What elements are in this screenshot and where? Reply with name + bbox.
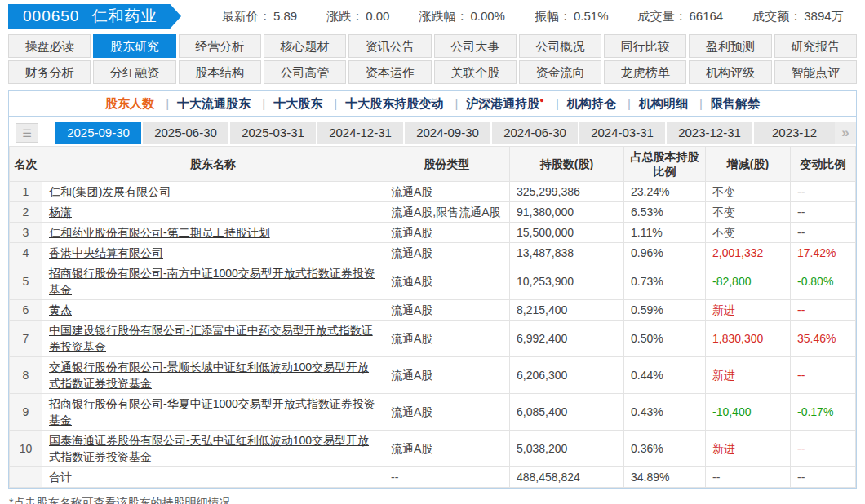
quote-bar: 000650 仁和药业 最新价：5.89 涨跌：0.00 涨跌幅：0.00% 振…: [0, 0, 865, 33]
share-type-cell: 流通A股: [384, 243, 510, 263]
nav-tab[interactable]: 操盘必读: [8, 34, 91, 58]
subnav-item[interactable]: 限售解禁: [711, 96, 760, 110]
subnav-item-label: 限售解禁: [711, 96, 760, 110]
more-dates-button[interactable]: »: [835, 122, 856, 144]
nav-tab[interactable]: 公司大事: [434, 34, 517, 58]
shareholder-name-link[interactable]: 仁和(集团)发展有限公司: [49, 185, 171, 198]
shareholder-name-link[interactable]: 黄杰: [49, 303, 72, 316]
holders-table: 名次 股东名称 股份类型 持股数(股) 占总股本持股比例 增减(股) 变动比例 …: [9, 146, 856, 488]
table-row: 3 仁和药业股份有限公司-第二期员工持股计划 流通A股 15,500,000 1…: [10, 223, 856, 243]
date-tab[interactable]: 2025-09-30: [55, 122, 141, 144]
change-cell: 不变: [706, 182, 791, 202]
nav-tab[interactable]: 股本结构: [179, 60, 261, 84]
nav-tab[interactable]: 龙虎榜单: [604, 60, 686, 84]
subnav-item[interactable]: 十大股东: [273, 96, 322, 110]
change-cell: 2,001,332: [706, 243, 791, 263]
shareholder-name-link[interactable]: 招商银行股份有限公司-华夏中证1000交易型开放式指数证券投资基金: [49, 397, 375, 427]
date-tab[interactable]: 2025-03-31: [230, 122, 316, 144]
change-ratio-cell: --: [791, 223, 856, 243]
nav-tab[interactable]: 盈利预测: [689, 34, 771, 58]
col-shareholder-name: 股东名称: [42, 147, 384, 182]
shareholder-name-cell: 招商银行股份有限公司-华夏中证1000交易型开放式指数证券投资基金: [42, 394, 384, 431]
shareholder-name-link[interactable]: 杨潇: [49, 206, 72, 219]
shareholder-name-link[interactable]: 招商银行股份有限公司-南方中证1000交易型开放式指数证券投资基金: [49, 267, 375, 296]
subnav-item[interactable]: 机构明细: [639, 96, 688, 110]
subnav-item[interactable]: 十大股东持股变动: [345, 96, 443, 110]
change-cell: -10,400: [706, 394, 791, 431]
nav-tab[interactable]: 公司高管: [264, 60, 346, 84]
date-tab[interactable]: 2023-12: [754, 122, 844, 144]
shareholder-name-cell: 香港中央结算有限公司: [42, 243, 384, 263]
date-tab[interactable]: 2024-06-30: [492, 122, 578, 144]
shares-held-cell: 15,500,000: [510, 223, 624, 243]
nav-tab[interactable]: 研究报告: [774, 34, 857, 58]
nav-tab[interactable]: 资金流向: [519, 60, 601, 84]
subnav-item-label: 十大流通股东: [177, 96, 251, 110]
nav-tab[interactable]: 经营分析: [179, 34, 261, 58]
subnav-separator: |: [699, 96, 703, 110]
subnav-item-label: 沪深港通持股: [466, 96, 539, 110]
shareholder-name-link[interactable]: 国泰海通证券股份有限公司-天弘中证红利低波动100交易型开放式指数证券投资基金: [49, 434, 369, 463]
shares-held-cell: 91,380,000: [510, 202, 624, 223]
double-chevron-right-icon: »: [841, 125, 849, 140]
nav-tab[interactable]: 财务分析: [8, 60, 91, 84]
nav-tab[interactable]: 公司概况: [519, 34, 601, 58]
change-cell: --: [706, 467, 791, 488]
subnav-item[interactable]: 沪深港通持股●: [466, 96, 543, 110]
list-icon: ☰: [22, 127, 32, 139]
subnav-item[interactable]: 十大流通股东: [177, 96, 251, 110]
subnav-item-label: 十大股东: [273, 96, 322, 110]
nav-tab[interactable]: 股东研究: [93, 34, 175, 58]
ownership-ratio-cell: 0.50%: [624, 321, 706, 357]
shareholder-name-link[interactable]: 交通银行股份有限公司-景顺长城中证红利低波动100交易型开放式指数证券投资基金: [49, 360, 369, 390]
subnav-item[interactable]: 机构持仓: [567, 96, 616, 110]
subnav-separator: |: [628, 96, 631, 110]
ownership-ratio-cell: 0.36%: [624, 431, 706, 467]
quote-field-label: 成交量：: [638, 9, 687, 23]
change-cell: 新进: [706, 357, 791, 394]
quote-field-value: 3894万: [804, 9, 843, 23]
shareholder-name-cell: 仁和药业股份有限公司-第二期员工持股计划: [42, 223, 384, 243]
date-tab[interactable]: 2024-09-30: [405, 122, 490, 144]
subnav-item[interactable]: 股东人数: [105, 96, 154, 110]
footnote: *点击股东名称可查看该股东的持股明细情况: [9, 496, 865, 504]
change-ratio-cell: --: [791, 202, 856, 223]
list-view-button[interactable]: ☰: [16, 123, 38, 143]
col-ownership-ratio: 占总股本持股比例: [624, 147, 706, 182]
nav-tab[interactable]: 核心题材: [264, 34, 346, 58]
stock-code: 000650: [23, 7, 79, 25]
shareholder-panel: |股东人数 |十大流通股东 |十大股东 |十大股东持股变动 |沪深港通持股● |…: [8, 90, 857, 489]
total-row: 合计 -- 488,458,824 34.89% -- --: [10, 467, 856, 488]
date-tab[interactable]: 2023-12-31: [667, 122, 752, 144]
ownership-ratio-cell: 0.96%: [624, 243, 706, 263]
nav-tab[interactable]: 资讯公告: [348, 34, 431, 58]
col-rank: 名次: [10, 147, 42, 182]
shareholder-name-cell: 黄杰: [42, 300, 384, 321]
date-tab[interactable]: 2025-06-30: [143, 122, 228, 144]
col-shares-held: 持股数(股): [510, 147, 624, 182]
nav-tab[interactable]: 同行比较: [604, 34, 686, 58]
stock-banner: 000650 仁和药业: [8, 4, 181, 29]
table-row: 8 交通银行股份有限公司-景顺长城中证红利低波动100交易型开放式指数证券投资基…: [10, 357, 856, 394]
rank-cell: 2: [10, 202, 42, 223]
nav-tab[interactable]: 智能点评: [774, 60, 857, 84]
main-nav-row-1: 操盘必读股东研究经营分析核心题材资讯公告公司大事公司概况同行比较盈利预测研究报告: [8, 34, 857, 58]
shares-held-cell: 10,253,900: [510, 263, 624, 300]
date-tab[interactable]: 2024-03-31: [579, 122, 665, 144]
change-ratio-cell: --: [791, 357, 856, 394]
share-type-cell: 流通A股: [384, 431, 510, 467]
nav-tab[interactable]: 关联个股: [434, 60, 517, 84]
date-tab[interactable]: 2024-12-31: [317, 122, 403, 144]
subnav-item-label: 机构明细: [639, 96, 688, 110]
nav-tab[interactable]: 资本运作: [348, 60, 431, 84]
subnav-item-label: 股东人数: [105, 96, 154, 110]
shareholder-name-link[interactable]: 香港中央结算有限公司: [49, 246, 163, 259]
table-row: 7 中国建设银行股份有限公司-汇添富中证中药交易型开放式指数证券投资基金 流通A…: [10, 321, 856, 357]
subnav-item-label: 机构持仓: [567, 96, 616, 110]
shareholder-name-link[interactable]: 仁和药业股份有限公司-第二期员工持股计划: [49, 226, 270, 239]
quote-field-label: 涨跌幅：: [419, 9, 468, 23]
shareholder-name-link[interactable]: 中国建设银行股份有限公司-汇添富中证中药交易型开放式指数证券投资基金: [49, 324, 373, 353]
date-tabs: 2025-09-302025-06-302025-03-312024-12-31…: [55, 122, 835, 144]
nav-tab[interactable]: 分红融资: [93, 60, 175, 84]
nav-tab[interactable]: 机构评级: [689, 60, 771, 84]
